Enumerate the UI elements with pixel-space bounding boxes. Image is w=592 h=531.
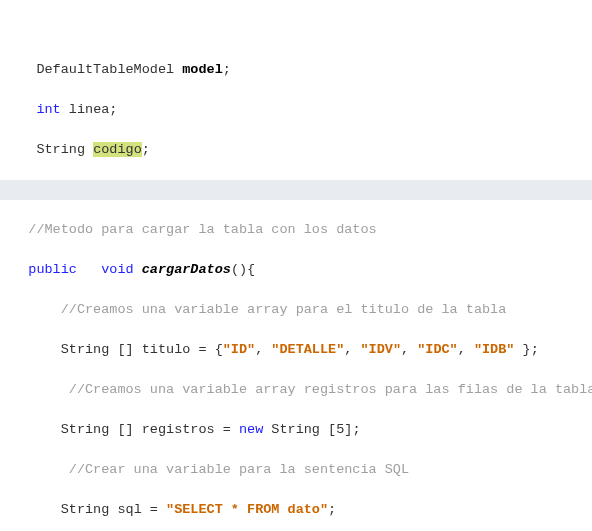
text: ]; (344, 422, 360, 437)
comment: //Metodo para cargar la tabla con los da… (28, 222, 376, 237)
code-line[interactable]: String codigo; (0, 140, 592, 160)
keyword: new (239, 422, 263, 437)
method-name: cargarDatos (142, 262, 231, 277)
comment: //Crear una variable para la sentencia S… (69, 462, 409, 477)
text: String sql = (61, 502, 166, 517)
code-line[interactable]: int linea; (0, 100, 592, 120)
code-line[interactable]: String [] titulo = {"ID", "DETALLE", "ID… (0, 340, 592, 360)
string: "IDC" (417, 342, 458, 357)
keyword: void (101, 262, 133, 277)
type: String (36, 142, 85, 157)
text: String [] titulo = { (61, 342, 223, 357)
string: "SELECT * FROM dato" (166, 502, 328, 517)
text: }; (514, 342, 538, 357)
code-line[interactable]: //Creamos una variable array registros p… (0, 380, 592, 400)
code-line[interactable]: //Metodo para cargar la tabla con los da… (0, 220, 592, 240)
code-line-current[interactable] (0, 180, 592, 200)
string: "IDV" (360, 342, 401, 357)
string: "IDB" (474, 342, 515, 357)
text: ; (328, 502, 336, 517)
code-line[interactable]: DefaultTableModel model; (0, 60, 592, 80)
type: DefaultTableModel (36, 62, 174, 77)
text: String [] registros = (61, 422, 239, 437)
string: "DETALLE" (271, 342, 344, 357)
keyword: int (36, 102, 60, 117)
code-line[interactable]: //Crear una variable para la sentencia S… (0, 460, 592, 480)
ident: model (182, 62, 223, 77)
code-line[interactable]: //Creamos una variable array para el tit… (0, 300, 592, 320)
code-line[interactable]: public void cargarDatos(){ (0, 260, 592, 280)
keyword: public (28, 262, 77, 277)
code-line[interactable]: String sql = "SELECT * FROM dato"; (0, 500, 592, 520)
text: String [ (263, 422, 336, 437)
ident-highlighted: codigo (93, 142, 142, 157)
string: "ID" (223, 342, 255, 357)
code-line[interactable]: String [] registros = new String [5]; (0, 420, 592, 440)
comment: //Creamos una variable array para el tit… (61, 302, 507, 317)
ident: linea (69, 102, 110, 117)
comment: //Creamos una variable array registros p… (69, 382, 592, 397)
